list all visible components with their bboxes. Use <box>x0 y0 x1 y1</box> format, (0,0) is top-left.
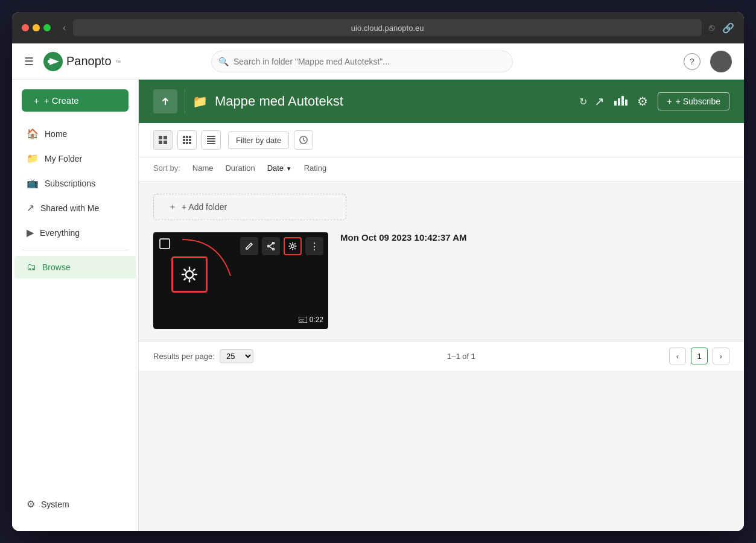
video-edit-button[interactable] <box>240 237 258 255</box>
main-layout: + + Create 🏠 Home 📁 My Folder 📺 Subscrip… <box>12 80 744 531</box>
grid-icon <box>159 136 167 144</box>
sidebar-item-my-folder-label: My Folder <box>45 154 82 164</box>
subscribe-plus-icon: + <box>667 97 672 106</box>
logo-trademark: ™ <box>115 59 121 66</box>
sidebar-item-subscriptions-label: Subscriptions <box>45 179 95 188</box>
subscriptions-icon: 📺 <box>27 177 39 189</box>
address-bar[interactable]: uio.cloud.panopto.eu <box>73 19 702 36</box>
svg-rect-19 <box>207 136 215 137</box>
filter-label: Filter by date <box>236 136 281 145</box>
stats-icon[interactable] <box>614 95 627 109</box>
svg-rect-8 <box>159 141 162 144</box>
link-icon[interactable]: 🔗 <box>722 22 734 34</box>
subscribe-label: + Subscribe <box>676 97 720 106</box>
nav-items: 🏠 Home 📁 My Folder 📺 Subscriptions ↗ Sha… <box>12 121 138 279</box>
svg-rect-14 <box>186 139 188 141</box>
next-page-button[interactable]: › <box>713 348 729 364</box>
video-share-button[interactable] <box>262 237 280 255</box>
current-page[interactable]: 1 <box>691 348 708 364</box>
sidebar-item-browse[interactable]: 🗂 Browse <box>14 256 136 279</box>
grid-view-button[interactable] <box>153 130 173 150</box>
sort-by-name[interactable]: Name <box>188 162 218 174</box>
svg-point-1 <box>48 60 51 63</box>
svg-rect-20 <box>207 138 215 139</box>
close-dot[interactable] <box>22 24 29 31</box>
logo-text: Panopto <box>66 54 112 68</box>
subscribe-button[interactable]: + + Subscribe <box>658 92 729 110</box>
refresh-icon[interactable]: ↻ <box>579 96 587 107</box>
edit-icon <box>245 242 253 250</box>
upload-icon <box>160 96 171 107</box>
compact-view-button[interactable] <box>177 130 197 150</box>
sidebar-item-browse-label: Browse <box>42 262 71 272</box>
settings-folder-icon[interactable]: ⚙ <box>637 94 648 109</box>
maximize-dot[interactable] <box>43 24 51 31</box>
nav-divider <box>22 250 129 250</box>
search-icon: 🔍 <box>218 57 229 66</box>
results-count: 1–1 of 1 <box>447 352 475 361</box>
help-button[interactable]: ? <box>684 53 700 70</box>
svg-rect-10 <box>183 136 185 138</box>
svg-rect-4 <box>621 96 624 106</box>
video-settings-button[interactable] <box>284 237 302 255</box>
svg-rect-3 <box>618 98 620 106</box>
shared-icon: ↗ <box>27 202 34 214</box>
create-plus-icon: + <box>34 95 39 106</box>
svg-rect-22 <box>207 143 215 144</box>
svg-text:CC: CC <box>299 319 305 322</box>
cc-icon: CC <box>299 317 307 323</box>
content-area: ＋ + Add folder <box>139 182 744 341</box>
minimize-dot[interactable] <box>33 24 40 31</box>
prev-page-button[interactable]: ‹ <box>669 348 686 364</box>
browser-action-icons: ⎋ 🔗 <box>709 22 734 34</box>
add-folder-button[interactable]: ＋ + Add folder <box>153 194 346 220</box>
sidebar-item-system[interactable]: ⚙ System <box>14 492 136 516</box>
search-bar-container: 🔍 <box>211 51 513 72</box>
menu-button[interactable]: ☰ <box>24 55 34 68</box>
sidebar-item-subscriptions[interactable]: 📺 Subscriptions <box>14 171 136 195</box>
sidebar-item-shared-with-me[interactable]: ↗ Shared with Me <box>14 196 136 220</box>
top-nav: ☰ Panopto ™ 🔍 ? <box>12 43 744 80</box>
svg-line-27 <box>270 244 273 247</box>
back-button[interactable]: ‹ <box>63 22 66 33</box>
sidebar-item-everything[interactable]: ▶ Everything <box>14 221 136 244</box>
folder-header-icon: 📁 <box>192 94 208 109</box>
folder-actions: ↗ ⚙ + + Subscribe <box>594 92 729 110</box>
gear-popup-icon <box>180 265 199 284</box>
create-button[interactable]: + + Create <box>22 89 129 112</box>
video-more-button[interactable]: ⋮ <box>305 237 323 255</box>
video-item: ⋮ <box>153 232 729 329</box>
filter-by-date-button[interactable]: Filter by date <box>228 132 289 149</box>
browse-icon: 🗂 <box>27 262 36 273</box>
share-folder-icon[interactable]: ↗ <box>594 94 605 109</box>
per-page-select[interactable]: 25 50 100 <box>220 349 253 363</box>
video-checkbox[interactable] <box>159 238 170 249</box>
content-toolbar: Filter by date <box>139 123 744 157</box>
search-input[interactable] <box>211 51 513 72</box>
gear-popup <box>171 256 208 293</box>
list-view-button[interactable] <box>202 130 221 150</box>
sort-arrow-icon: ▼ <box>286 165 292 172</box>
sidebar-item-home[interactable]: 🏠 Home <box>14 122 136 145</box>
clock-icon <box>299 136 308 144</box>
sort-by-rating[interactable]: Rating <box>299 162 332 174</box>
clock-button[interactable] <box>294 130 313 150</box>
svg-rect-13 <box>183 139 185 141</box>
avatar[interactable] <box>710 51 732 72</box>
sort-by-duration[interactable]: Duration <box>220 162 259 174</box>
sort-by-date[interactable]: Date ▼ <box>262 162 297 174</box>
url-text: uio.cloud.panopto.eu <box>351 24 424 33</box>
everything-icon: ▶ <box>27 227 34 238</box>
svg-rect-7 <box>164 136 167 139</box>
sidebar-item-home-label: Home <box>45 129 67 139</box>
pagination-bar: Results per page: 25 50 100 1–1 of 1 ‹ 1… <box>139 341 744 370</box>
sidebar-item-everything-label: Everything <box>40 228 80 238</box>
svg-point-29 <box>291 245 294 248</box>
sidebar-item-shared-with-me-label: Shared with Me <box>40 203 99 213</box>
sidebar-item-my-folder[interactable]: 📁 My Folder <box>14 147 136 170</box>
share-icon[interactable]: ⎋ <box>709 22 715 34</box>
nav-actions: ? <box>684 51 732 72</box>
folder-back-button[interactable] <box>153 89 177 113</box>
video-thumbnail[interactable]: ⋮ <box>153 232 328 329</box>
home-icon: 🏠 <box>27 128 39 139</box>
